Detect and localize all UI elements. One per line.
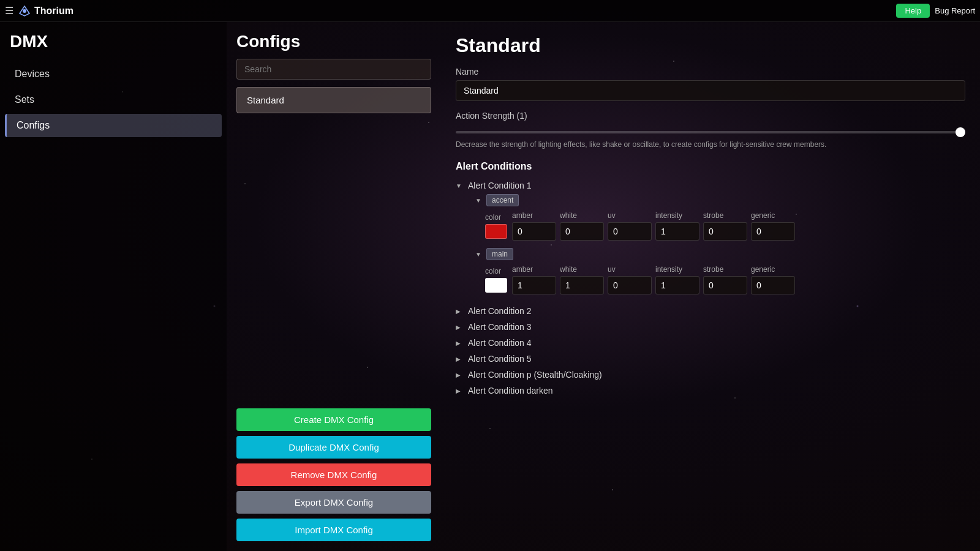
accent-uv-field: uv bbox=[608, 211, 652, 241]
sidebar-item-devices[interactable]: Devices bbox=[5, 62, 222, 86]
main-amber-field: amber bbox=[512, 265, 556, 294]
accent-color-field: color bbox=[485, 213, 507, 239]
alert-condition-3-label: Alert Condition 3 bbox=[468, 322, 532, 332]
alert-condition-3-arrow: ▶ bbox=[456, 324, 463, 331]
accent-generic-field: generic bbox=[751, 211, 795, 241]
main-generic-field: generic bbox=[751, 265, 795, 294]
main-generic-label: generic bbox=[751, 265, 775, 274]
alert-tree: ▼ Alert Condition 1 ▼ accent color bbox=[456, 179, 965, 397]
bug-report-button[interactable]: Bug Report bbox=[935, 6, 975, 15]
main-intensity-input[interactable] bbox=[655, 276, 699, 294]
topbar-left: ☰ Thorium bbox=[5, 5, 74, 17]
accent-white-label: white bbox=[560, 211, 577, 220]
accent-amber-input[interactable] bbox=[512, 222, 556, 241]
main-white-label: white bbox=[560, 265, 577, 274]
accent-intensity-input[interactable] bbox=[655, 222, 699, 241]
sidebar: DMX Devices Sets Configs bbox=[0, 22, 227, 551]
configs-panel: Configs Standard Create DMX Config Dupli… bbox=[227, 22, 441, 551]
main-uv-label: uv bbox=[608, 265, 616, 274]
main-strobe-field: strobe bbox=[703, 265, 747, 294]
alert-condition-5-row[interactable]: ▶ Alert Condition 5 bbox=[456, 352, 965, 365]
accent-color-swatch[interactable] bbox=[485, 224, 507, 239]
strength-slider-container bbox=[456, 126, 965, 135]
accent-channels: amber white uv bbox=[512, 211, 795, 241]
alert-condition-darken-row[interactable]: ▶ Alert Condition darken bbox=[456, 384, 965, 397]
alert-condition-2-label: Alert Condition 2 bbox=[468, 306, 532, 316]
main-intensity-field: intensity bbox=[655, 265, 699, 294]
brand: Thorium bbox=[18, 5, 74, 17]
accent-generic-input[interactable] bbox=[751, 222, 795, 241]
accent-intensity-label: intensity bbox=[655, 211, 682, 220]
accent-amber-label: amber bbox=[512, 211, 533, 220]
main-color-swatch[interactable] bbox=[485, 278, 507, 293]
export-dmx-config-button[interactable]: Export DMX Config bbox=[236, 491, 431, 514]
alert-condition-darken-label: Alert Condition darken bbox=[468, 386, 553, 395]
duplicate-dmx-config-button[interactable]: Duplicate DMX Config bbox=[236, 436, 431, 459]
configs-title: Configs bbox=[236, 32, 431, 51]
config-list: Standard bbox=[236, 87, 431, 401]
remove-dmx-config-button[interactable]: Remove DMX Config bbox=[236, 463, 431, 486]
brand-logo-icon bbox=[18, 5, 31, 17]
alert-condition-p-row[interactable]: ▶ Alert Condition p (Stealth/Cloaking) bbox=[456, 368, 965, 381]
alert-condition-4-label: Alert Condition 4 bbox=[468, 338, 532, 348]
topbar: ☰ Thorium Help Bug Report bbox=[0, 0, 980, 22]
accent-group-label: accent bbox=[486, 194, 519, 206]
main-channel-row: color amber white bbox=[485, 265, 965, 294]
accent-group-arrow: ▼ bbox=[475, 197, 483, 204]
alert-condition-darken-arrow: ▶ bbox=[456, 388, 463, 394]
accent-strobe-field: strobe bbox=[703, 211, 747, 241]
alert-condition-3-row[interactable]: ▶ Alert Condition 3 bbox=[456, 320, 965, 334]
main-intensity-label: intensity bbox=[655, 265, 682, 274]
accent-amber-field: amber bbox=[512, 211, 556, 241]
sidebar-item-sets[interactable]: Sets bbox=[5, 88, 222, 111]
main-generic-input[interactable] bbox=[751, 276, 795, 294]
main-group: ▼ main color amber bbox=[475, 248, 965, 294]
create-dmx-config-button[interactable]: Create DMX Config bbox=[236, 408, 431, 431]
search-input[interactable] bbox=[236, 59, 431, 80]
help-button[interactable]: Help bbox=[896, 4, 930, 18]
accent-color-label: color bbox=[485, 213, 501, 222]
main-color-field: color bbox=[485, 267, 507, 293]
alert-condition-4-arrow: ▶ bbox=[456, 340, 463, 347]
strength-slider[interactable] bbox=[456, 131, 965, 133]
accent-strobe-label: strobe bbox=[703, 211, 723, 220]
main-strobe-input[interactable] bbox=[703, 276, 747, 294]
hint-text: Decrease the strength of lighting effect… bbox=[456, 140, 965, 149]
main-amber-label: amber bbox=[512, 265, 533, 274]
name-label: Name bbox=[456, 67, 965, 77]
import-dmx-config-button[interactable]: Import DMX Config bbox=[236, 519, 431, 541]
alert-condition-1-label: Alert Condition 1 bbox=[468, 181, 532, 190]
config-item-standard[interactable]: Standard bbox=[236, 87, 431, 113]
main-uv-input[interactable] bbox=[608, 276, 652, 294]
menu-icon[interactable]: ☰ bbox=[5, 5, 13, 17]
main-uv-field: uv bbox=[608, 265, 652, 294]
alert-condition-p-label: Alert Condition p (Stealth/Cloaking) bbox=[468, 370, 602, 380]
alert-condition-4-row[interactable]: ▶ Alert Condition 4 bbox=[456, 336, 965, 350]
main-group-arrow: ▼ bbox=[475, 251, 483, 258]
main-group-header[interactable]: ▼ main bbox=[475, 248, 965, 260]
main-color-label: color bbox=[485, 267, 501, 276]
accent-group: ▼ accent color amber bbox=[475, 194, 965, 241]
sidebar-item-configs[interactable]: Configs bbox=[5, 114, 222, 137]
sidebar-title: DMX bbox=[0, 32, 227, 61]
alert-condition-1: ▼ Alert Condition 1 ▼ accent color bbox=[456, 179, 965, 302]
alert-condition-5-label: Alert Condition 5 bbox=[468, 354, 532, 364]
alert-condition-1-expanded: ▼ accent color amber bbox=[466, 194, 965, 294]
main-amber-input[interactable] bbox=[512, 276, 556, 294]
alert-condition-2-arrow: ▶ bbox=[456, 308, 463, 315]
accent-strobe-input[interactable] bbox=[703, 222, 747, 241]
alert-condition-1-arrow: ▼ bbox=[456, 182, 463, 189]
name-input[interactable] bbox=[456, 80, 965, 101]
sidebar-nav: Devices Sets Configs bbox=[0, 61, 227, 138]
accent-white-input[interactable] bbox=[560, 222, 604, 241]
topbar-right: Help Bug Report bbox=[896, 4, 975, 18]
accent-white-field: white bbox=[560, 211, 604, 241]
alert-condition-2-row[interactable]: ▶ Alert Condition 2 bbox=[456, 304, 965, 318]
detail-title: Standard bbox=[456, 34, 965, 57]
accent-group-header[interactable]: ▼ accent bbox=[475, 194, 965, 206]
accent-channel-row: color amber white bbox=[485, 211, 965, 241]
accent-generic-label: generic bbox=[751, 211, 775, 220]
alert-condition-1-row[interactable]: ▼ Alert Condition 1 bbox=[456, 179, 965, 192]
main-white-input[interactable] bbox=[560, 276, 604, 294]
accent-uv-input[interactable] bbox=[608, 222, 652, 241]
